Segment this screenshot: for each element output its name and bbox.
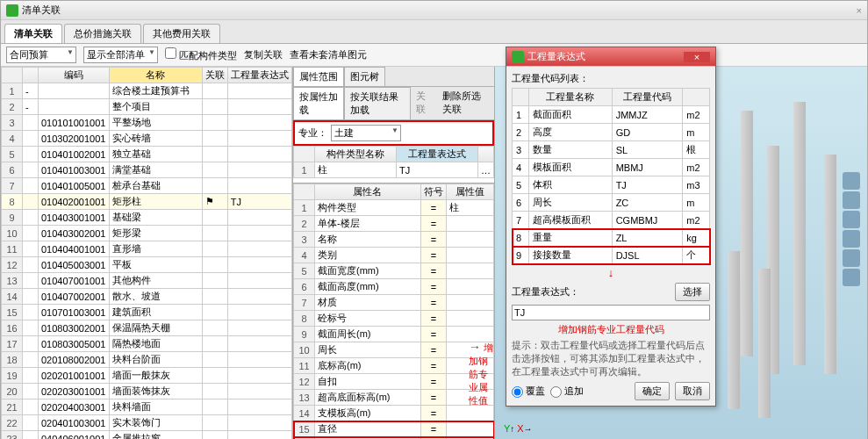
titlebar: 清单关联 × (1, 1, 867, 20)
table-row[interactable]: 1截面面积JMMJZm2 (513, 106, 710, 124)
axis-gizmo: Y↑ X→ (504, 423, 532, 434)
table-row[interactable]: 16010803002001保温隔热天棚 (2, 320, 292, 336)
table-row[interactable]: 7超高模板面积CGMBMJm2 (513, 212, 710, 229)
close-icon[interactable]: × (857, 5, 862, 16)
table-row[interactable]: 9接接数量DJSL个 (513, 247, 710, 264)
tab-elem-tree[interactable]: 图元树 (344, 67, 385, 86)
orbit-icon (843, 172, 860, 190)
bill-list-grid[interactable]: 编码名称关联工程量表达式1-综合楼土建预算书2-整个项目301010100100… (1, 67, 292, 439)
overwrite-radio[interactable]: 覆盖 (512, 385, 545, 398)
type-expr-grid[interactable]: 构件类型名称工程量表达式 1柱TJ… (293, 146, 494, 183)
main-tabs: 清单关联 总价措施关联 其他费用关联 (1, 20, 867, 44)
table-row[interactable]: 8砼标号= (294, 311, 494, 327)
profession-label: 专业： (298, 126, 327, 140)
table-row[interactable]: 12010405003001平板 (2, 257, 292, 273)
table-row[interactable]: 10周长= (294, 342, 494, 358)
table-row[interactable]: 6截面高度(mm)= (294, 279, 494, 295)
expression-input[interactable] (512, 305, 710, 320)
annotation-arrow: → 增加钢筋专业属性值 (469, 340, 494, 407)
table-row[interactable]: 1构件类型=柱 (294, 200, 494, 216)
dialog-title: 工程量表达式 (527, 50, 585, 63)
table-row[interactable]: 10010403002001矩形梁 (2, 226, 292, 241)
table-row[interactable]: 9截面周长(m)= (294, 327, 494, 342)
profession-combo[interactable]: 土建 (331, 125, 401, 141)
left-pane: 编码名称关联工程量表达式1-综合楼土建预算书2-整个项目301010100100… (1, 67, 293, 439)
append-radio[interactable]: 追加 (550, 385, 584, 398)
fit-icon (843, 230, 860, 248)
dialog-icon (512, 51, 524, 63)
table-row[interactable]: 6010401003001满堂基础 (2, 162, 292, 178)
close-icon[interactable]: × (684, 52, 710, 62)
table-row[interactable]: 9010403001001基础梁 (2, 210, 292, 226)
tab-load-by-result[interactable]: 按关联结果加载 (344, 87, 411, 119)
expr-row: 工程量表达式： 选择 (512, 283, 710, 301)
table-row[interactable]: 8010402001001矩形柱⚑TJ (2, 194, 292, 210)
middle-pane: 属性范围 图元树 按属性加载 按关联结果加载 关联 删除所选关联 专业： 土建 … (293, 67, 495, 439)
property-grid[interactable]: 属性名符号属性值1构件类型=柱2单体-楼层=3名称=4类别=5截面宽度(mm)=… (293, 183, 494, 439)
table-row[interactable]: 4010302001001实心砖墙 (2, 131, 292, 147)
code-list-grid[interactable]: 工程量名称工程量代码1截面面积JMMJZm22高度GDm3数量SL根4模板面积M… (512, 88, 710, 264)
app-icon (6, 4, 18, 17)
table-row[interactable]: 17010803005001隔热楼地面 (2, 336, 292, 352)
hint-text: 提示：双击工程量代码或选择工程量代码后点击选择按钮，可将其添加到工程量表达式中，… (512, 339, 710, 378)
table-row[interactable]: 11010404001001直形墙 (2, 241, 292, 257)
profession-row: 专业： 土建 (293, 120, 494, 146)
table-row[interactable]: 21020204003001块料墙面 (2, 399, 292, 415)
match-checkbox[interactable]: 匹配构件类型 (165, 47, 237, 62)
table-row[interactable]: 13超高底面标高(m)= (294, 390, 494, 406)
cancel-button[interactable]: 取消 (675, 382, 710, 400)
tab-load-by-prop[interactable]: 按属性加载 (293, 87, 344, 119)
table-row[interactable]: 23040406001001金属推拉窗 (2, 431, 292, 440)
table-row[interactable]: 7010401005001桩承台基础 (2, 178, 292, 194)
view-unassigned-button[interactable]: 查看未套清单图元 (290, 48, 367, 61)
table-row[interactable]: 5截面宽度(mm)= (294, 263, 494, 279)
table-row[interactable]: 3名称= (294, 232, 494, 248)
delete-assoc-button[interactable]: 删除所选关联 (437, 87, 494, 119)
dialog-titlebar[interactable]: 工程量表达式 × (506, 47, 715, 67)
table-row[interactable]: 15直径= (294, 421, 494, 437)
ellipsis-button[interactable]: … (478, 162, 494, 178)
select-button[interactable]: 选择 (675, 283, 710, 301)
reset-icon (843, 269, 860, 286)
view-tools[interactable] (843, 172, 860, 286)
table-row[interactable]: 14010407002001散水、坡道 (2, 289, 292, 305)
table-row[interactable]: 3数量SL根 (513, 141, 710, 159)
assoc-label: 关联 (411, 87, 437, 119)
table-row[interactable]: 3010101001001平整场地 (2, 115, 292, 131)
tab-prop-scope[interactable]: 属性范围 (293, 67, 344, 86)
table-row[interactable]: 7材质= (294, 295, 494, 311)
table-row[interactable]: 11底标高(m)= (294, 358, 494, 374)
table-row[interactable]: 4类别= (294, 248, 494, 263)
table-row[interactable]: 2高度GDm (513, 124, 710, 141)
table-row[interactable]: 5体积TJm3 (513, 176, 710, 194)
table-row[interactable]: 18020108002001块料台阶面 (2, 352, 292, 368)
tab-price-assoc[interactable]: 总价措施关联 (64, 24, 141, 43)
table-row[interactable]: 1-综合楼土建预算书 (2, 83, 292, 99)
table-row[interactable]: 19020201001001墙面一般抹灰 (2, 368, 292, 384)
pan-icon (843, 191, 860, 209)
table-row[interactable]: 14支模板高(m)= (294, 406, 494, 421)
expression-dialog: 工程量表达式 × 工程量代码列表： 工程量名称工程量代码1截面面积JMMJZm2… (506, 47, 716, 407)
layer-icon (843, 249, 860, 267)
budget-combo[interactable]: 合同预算 (6, 47, 76, 63)
table-row[interactable]: 12自扣= (294, 374, 494, 390)
tab-list-assoc[interactable]: 清单关联 (4, 24, 62, 43)
copy-assoc-button[interactable]: 复制关联 (244, 48, 283, 61)
table-row[interactable]: 5010401002001独立基础 (2, 147, 292, 162)
toolbar: 合同预算 显示全部清单 匹配构件类型 复制关联 查看未套清单图元 (1, 44, 867, 67)
table-row[interactable]: 20020203001001墙面装饰抹灰 (2, 384, 292, 399)
table-row[interactable]: 13010407001001其他构件 (2, 273, 292, 289)
table-row[interactable]: 15010701003001建筑面积 (2, 305, 292, 320)
window-title: 清单关联 (22, 4, 61, 17)
table-row[interactable]: 22020401003001实木装饰门 (2, 415, 292, 431)
display-combo[interactable]: 显示全部清单 (83, 47, 158, 63)
table-row[interactable]: 4模板面积MBMJm2 (513, 159, 710, 176)
table-row[interactable]: 8重量ZLkg (513, 229, 710, 247)
table-row[interactable]: 2单体-楼层= (294, 216, 494, 232)
tab-other-assoc[interactable]: 其他费用关联 (143, 24, 220, 43)
code-list-label: 工程量代码列表： (512, 72, 710, 85)
table-row[interactable]: 6周长ZCm (513, 194, 710, 212)
main-window: 清单关联 × 清单关联 总价措施关联 其他费用关联 合同预算 显示全部清单 匹配… (0, 0, 868, 439)
ok-button[interactable]: 确定 (635, 382, 670, 400)
table-row[interactable]: 2-整个项目 (2, 99, 292, 115)
